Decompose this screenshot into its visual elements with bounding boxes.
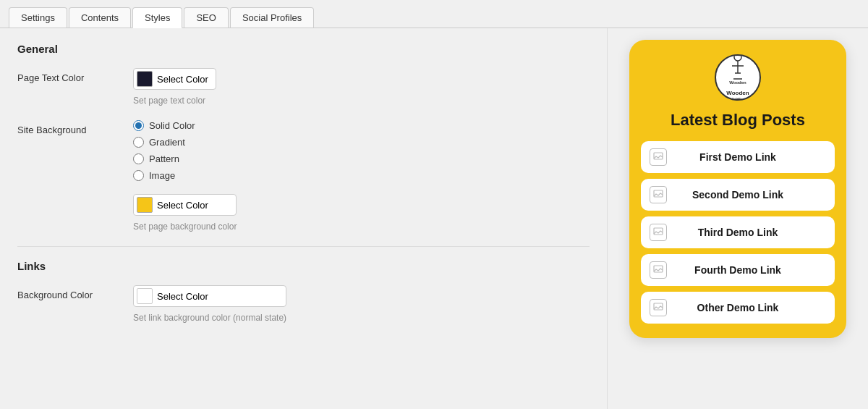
preview-link-item-1: First Demo Link — [641, 141, 835, 173]
logo-text: Wooden Wooden Writing — [725, 54, 751, 101]
site-background-label: Site Background — [17, 120, 133, 135]
tab-social-profiles[interactable]: Social Profiles — [230, 7, 314, 28]
logo-svg: Wooden — [725, 54, 751, 86]
link-bg-color-button[interactable]: Select Color — [133, 285, 286, 307]
page-text-color-hint: Set page text color — [133, 96, 216, 106]
radio-pattern-label: Pattern — [149, 153, 179, 164]
link-icon-4 — [650, 261, 667, 279]
logo-line1: Wooden Writing — [725, 90, 751, 101]
tab-settings[interactable]: Settings — [9, 7, 67, 28]
section-divider — [17, 246, 590, 247]
background-type-radio-group: Solid Color Gradient Pattern Image — [133, 120, 237, 181]
link-bg-color-content: Select Color Set link background color (… — [133, 285, 286, 323]
link-icon-3 — [650, 224, 667, 241]
link-icon-1 — [650, 148, 667, 166]
right-panel: Wooden Wooden Writing Latest Blog Posts — [608, 28, 868, 409]
radio-gradient-input[interactable] — [133, 137, 144, 148]
radio-solid-color-input[interactable] — [133, 120, 144, 131]
logo-circle: Wooden Wooden Writing — [715, 54, 761, 101]
radio-image[interactable]: Image — [133, 170, 237, 181]
link-icon-5 — [650, 299, 667, 316]
link-bg-color-field: Background Color Select Color Set link b… — [17, 285, 590, 323]
radio-image-label: Image — [149, 170, 175, 181]
site-background-content: Solid Color Gradient Pattern Image — [133, 120, 237, 232]
main-content: General Page Text Color Select Color Set… — [0, 28, 868, 409]
bg-color-button[interactable]: Select Color — [133, 194, 237, 216]
radio-image-input[interactable] — [133, 170, 144, 181]
radio-gradient-label: Gradient — [149, 137, 185, 148]
page-text-color-field: Page Text Color Select Color Set page te… — [17, 68, 590, 106]
page-text-color-button-label: Select Color — [157, 74, 208, 85]
left-panel: General Page Text Color Select Color Set… — [0, 28, 608, 409]
link-bg-color-swatch — [137, 288, 153, 304]
page-text-color-button[interactable]: Select Color — [133, 68, 216, 90]
preview-link-label-4: Fourth Demo Link — [674, 264, 801, 276]
links-section-title: Links — [17, 260, 590, 272]
bg-color-hint: Set page background color — [133, 222, 237, 232]
bg-color-swatch — [137, 197, 153, 213]
link-icon-2 — [650, 186, 667, 203]
preview-link-label-2: Second Demo Link — [674, 189, 801, 201]
preview-link-label-1: First Demo Link — [674, 151, 801, 163]
preview-heading: Latest Blog Posts — [641, 111, 835, 130]
preview-logo: Wooden Wooden Writing — [641, 54, 835, 101]
radio-gradient[interactable]: Gradient — [133, 137, 237, 148]
preview-link-item-4: Fourth Demo Link — [641, 254, 835, 286]
link-bg-color-hint: Set link background color (normal state) — [133, 313, 286, 323]
radio-solid-color-label: Solid Color — [149, 120, 195, 131]
site-background-field: Site Background Solid Color Gradient — [17, 120, 590, 232]
svg-point-0 — [734, 54, 741, 61]
preview-link-item-5: Other Demo Link — [641, 292, 835, 324]
preview-link-label-5: Other Demo Link — [674, 302, 801, 313]
tab-styles[interactable]: Styles — [132, 7, 182, 28]
page-text-color-swatch — [137, 71, 153, 87]
link-bg-color-label: Background Color — [17, 285, 133, 300]
svg-text:Wooden: Wooden — [729, 80, 746, 85]
radio-solid-color[interactable]: Solid Color — [133, 120, 237, 131]
page-wrapper: Settings Contents Styles SEO Social Prof… — [0, 0, 868, 409]
preview-links: First Demo Link Second Demo Link Third D… — [641, 141, 835, 324]
tab-contents[interactable]: Contents — [69, 7, 131, 28]
page-text-color-label: Page Text Color — [17, 68, 133, 83]
tabs-bar: Settings Contents Styles SEO Social Prof… — [0, 0, 868, 28]
preview-link-item-3: Third Demo Link — [641, 216, 835, 248]
page-text-color-content: Select Color Set page text color — [133, 68, 216, 106]
tab-seo[interactable]: SEO — [184, 7, 228, 28]
general-section-title: General — [17, 43, 590, 55]
bg-color-button-label: Select Color — [157, 200, 208, 211]
phone-preview: Wooden Wooden Writing Latest Blog Posts — [629, 40, 846, 338]
radio-pattern[interactable]: Pattern — [133, 153, 237, 164]
preview-link-item-2: Second Demo Link — [641, 179, 835, 211]
radio-pattern-input[interactable] — [133, 153, 144, 164]
link-bg-color-button-label: Select Color — [157, 291, 208, 302]
preview-link-label-3: Third Demo Link — [674, 227, 801, 238]
